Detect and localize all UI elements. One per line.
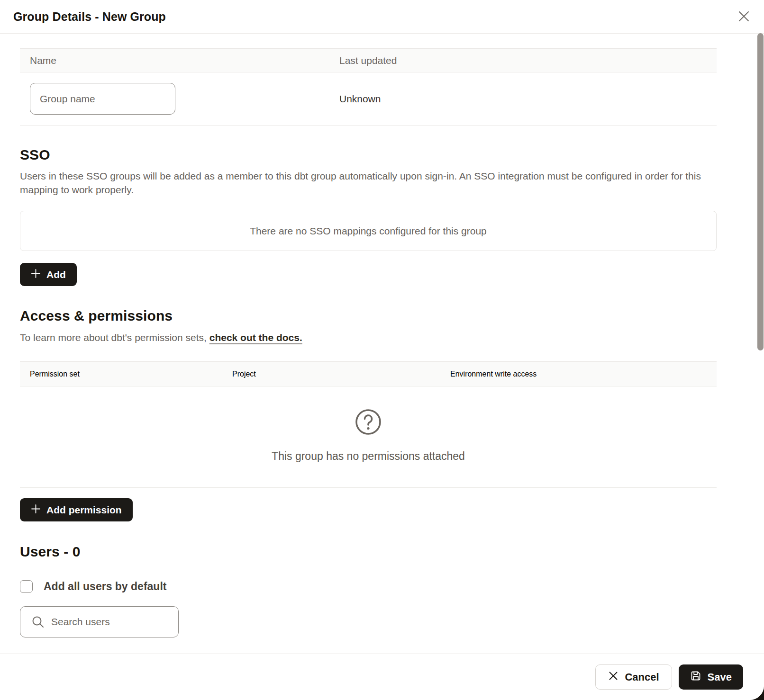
add-all-users-row: Add all users by default xyxy=(20,580,717,593)
sso-section-description: Users in these SSO groups will be added … xyxy=(20,169,717,197)
docs-link[interactable]: check out the docs. xyxy=(209,332,302,343)
cancel-button[interactable]: Cancel xyxy=(595,664,672,690)
question-circle-icon xyxy=(355,429,382,437)
group-name-input[interactable] xyxy=(30,83,175,115)
close-button[interactable] xyxy=(736,9,752,25)
modal-body: Name Last updated Unknown SSO Users in t… xyxy=(0,34,764,654)
permission-set-column-header: Permission set xyxy=(30,370,80,378)
cancel-x-icon xyxy=(608,671,618,684)
modal-title: Group Details - New Group xyxy=(13,10,166,24)
permissions-section-description: To learn more about dbt's permission set… xyxy=(20,331,717,344)
save-button[interactable]: Save xyxy=(679,664,743,690)
modal-header: Group Details - New Group xyxy=(0,0,764,34)
add-all-users-checkbox[interactable] xyxy=(20,580,33,593)
add-permission-button-label: Add permission xyxy=(46,504,122,516)
sso-empty-state: There are no SSO mappings configured for… xyxy=(20,211,717,251)
permissions-table-header-row: Permission set Project Environment write… xyxy=(20,361,717,386)
name-column-header: Name xyxy=(30,55,56,66)
search-users-input[interactable] xyxy=(20,606,179,637)
group-details-modal: Group Details - New Group Name Last upda… xyxy=(0,0,764,700)
last-updated-column-header: Last updated xyxy=(339,55,397,66)
permissions-empty-state: This group has no permissions attached xyxy=(20,386,717,488)
close-icon xyxy=(737,10,750,24)
environment-write-access-column-header: Environment write access xyxy=(450,370,537,378)
plus-icon xyxy=(31,269,41,281)
plus-icon xyxy=(31,504,41,516)
permissions-section-heading: Access & permissions xyxy=(20,308,717,324)
name-table-row: Unknown xyxy=(20,72,717,126)
add-all-users-label: Add all users by default xyxy=(44,580,166,593)
sso-section-heading: SSO xyxy=(20,147,717,163)
add-permission-button[interactable]: Add permission xyxy=(20,498,133,521)
name-table-header-row: Name Last updated xyxy=(20,48,717,72)
save-disk-icon xyxy=(690,670,701,684)
add-sso-button-label: Add xyxy=(46,269,66,280)
users-section-heading: Users - 0 xyxy=(20,544,717,560)
permissions-description-text: To learn more about dbt's permission set… xyxy=(20,332,209,343)
add-sso-mapping-button[interactable]: Add xyxy=(20,263,77,286)
save-button-label: Save xyxy=(708,671,732,683)
project-column-header: Project xyxy=(232,370,256,378)
vertical-scrollbar-thumb[interactable] xyxy=(757,33,764,350)
search-users-field xyxy=(20,606,179,637)
cancel-button-label: Cancel xyxy=(625,671,659,683)
permissions-empty-message: This group has no permissions attached xyxy=(20,450,717,463)
last-updated-value: Unknown xyxy=(339,93,381,105)
modal-footer: Cancel Save xyxy=(0,654,764,700)
sso-empty-message: There are no SSO mappings configured for… xyxy=(250,225,487,237)
